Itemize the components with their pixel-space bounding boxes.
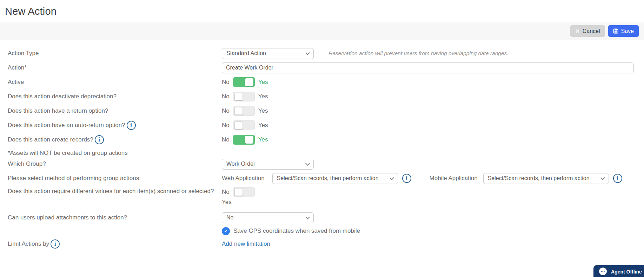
toggle-knob <box>245 78 253 86</box>
different-values-toggle[interactable] <box>233 187 255 197</box>
row-action-name: Action* <box>0 62 644 73</box>
row-gps: ✔ Save GPS coordinates when saved from m… <box>0 226 644 236</box>
group-method-label: Please select method of performing group… <box>0 174 222 183</box>
toggle-no-label: No <box>222 136 230 143</box>
web-application-select-value: Select/Scan records, then perform action <box>277 175 379 182</box>
row-auto-return: Does this action have an auto-return opt… <box>0 120 644 131</box>
which-group-select-value: Work Order <box>226 161 255 167</box>
toggle-yes-label: Yes <box>222 199 644 206</box>
which-group-label: Which Group? <box>0 160 222 168</box>
web-application-select[interactable]: Select/Scan records, then perform action <box>272 173 398 184</box>
info-icon[interactable]: i <box>127 121 136 130</box>
action-type-select-value: Standard Action <box>226 50 266 57</box>
row-active: Active No Yes <box>0 77 644 88</box>
upload-attachments-label: Can users upload attachments to this act… <box>0 213 222 222</box>
active-toggle-group: No Yes <box>222 77 268 87</box>
different-values-label: Does this action require different value… <box>0 187 222 196</box>
return-option-toggle-group: No Yes <box>222 106 268 116</box>
toggle-no-label: No <box>222 189 230 196</box>
different-values-toggle-group: No <box>222 187 255 197</box>
toggle-no-label: No <box>222 79 230 86</box>
cancel-button-label: Cancel <box>583 28 600 34</box>
toggle-yes-label: Yes <box>258 93 268 100</box>
create-records-toggle[interactable] <box>233 135 255 145</box>
add-new-limitation-link[interactable]: Add new limitation <box>222 240 270 248</box>
toggle-yes-label: Yes <box>258 136 268 143</box>
toggle-no-label: No <box>222 93 230 100</box>
toggle-no-label: No <box>222 107 230 114</box>
toggle-yes-label: Yes <box>258 79 268 86</box>
row-create-records: Does this action create records? i No Ye… <box>0 134 644 145</box>
chevron-down-icon <box>305 161 310 166</box>
return-option-label: Does this action have a return option? <box>0 107 222 115</box>
auto-return-toggle-group: No Yes <box>222 120 268 130</box>
mobile-application-label: Mobile Application <box>430 175 478 182</box>
upload-attachments-select[interactable]: No <box>222 212 314 223</box>
which-group-select[interactable]: Work Order <box>222 159 314 170</box>
deactivate-depreciation-toggle[interactable] <box>233 92 255 101</box>
action-name-label: Action* <box>0 64 222 72</box>
toolbar: ✕ Cancel Save <box>0 22 644 40</box>
action-type-label: Action Type <box>0 49 222 58</box>
toggle-no-label: No <box>222 122 230 129</box>
assets-note: *Assets will NOT be created on group act… <box>0 149 222 157</box>
toggle-knob <box>234 93 243 100</box>
reservation-note: Reservation action will prevent users fr… <box>328 50 509 57</box>
deactivate-depreciation-label: Does this action deactivate depreciation… <box>0 92 222 101</box>
upload-attachments-select-value: No <box>226 215 233 221</box>
toggle-yes-label: Yes <box>258 107 268 114</box>
save-icon <box>613 28 618 34</box>
gps-label: Save GPS coordinates when saved from mob… <box>233 227 360 235</box>
create-records-label: Does this action create records? <box>8 136 93 144</box>
new-action-form: Action Type Standard Action Reservation … <box>0 40 644 249</box>
toggle-knob <box>234 107 243 115</box>
row-different-values: Does this action require different value… <box>0 187 644 209</box>
info-icon[interactable]: i <box>95 135 104 144</box>
check-icon: ✔ <box>224 229 227 233</box>
limit-actions-label: Limit Actions by <box>8 240 49 248</box>
toggle-knob <box>234 188 243 196</box>
chevron-down-icon <box>305 215 310 219</box>
chat-status-label: Agent Offline <box>611 269 642 275</box>
mobile-application-select-value: Select/Scan records, then perform action <box>488 175 590 182</box>
mobile-application-select[interactable]: Select/Scan records, then perform action <box>483 173 609 184</box>
chat-bubble-icon: ••• <box>599 268 607 275</box>
auto-return-toggle[interactable] <box>233 120 255 130</box>
cancel-button[interactable]: ✕ Cancel <box>570 25 605 37</box>
info-icon[interactable]: i <box>613 174 622 183</box>
row-assets-note: *Assets will NOT be created on group act… <box>0 149 644 158</box>
action-name-input[interactable] <box>222 62 634 73</box>
active-label: Active <box>0 78 222 86</box>
info-icon[interactable]: i <box>402 174 411 183</box>
chevron-down-icon <box>390 176 394 180</box>
return-option-toggle[interactable] <box>233 106 255 116</box>
row-return-option: Does this action have a return option? N… <box>0 105 644 117</box>
active-toggle[interactable] <box>233 77 255 87</box>
toggle-yes-label: Yes <box>258 122 268 129</box>
row-action-type: Action Type Standard Action Reservation … <box>0 48 644 59</box>
create-records-toggle-group: No Yes <box>222 135 268 145</box>
toggle-knob <box>234 121 243 129</box>
info-icon[interactable]: i <box>51 239 60 249</box>
row-deactivate-depreciation: Does this action deactivate depreciation… <box>0 91 644 102</box>
chevron-down-icon <box>600 176 605 180</box>
close-icon: ✕ <box>575 28 580 34</box>
page-title: New Action <box>5 6 644 17</box>
row-limit-actions: Limit Actions by i Add new limitation <box>0 239 644 249</box>
save-button[interactable]: Save <box>608 25 639 37</box>
row-upload-attachments: Can users upload attachments to this act… <box>0 212 644 223</box>
chat-widget[interactable]: ••• Agent Offline <box>593 265 644 277</box>
row-group-method: Please select method of performing group… <box>0 173 644 184</box>
save-button-label: Save <box>621 28 634 34</box>
deactivate-depreciation-toggle-group: No Yes <box>222 92 268 101</box>
auto-return-label: Does this action have an auto-return opt… <box>8 121 125 130</box>
toggle-knob <box>245 136 253 144</box>
gps-checkbox[interactable]: ✔ <box>222 227 230 235</box>
page-header: New Action <box>0 0 644 22</box>
row-which-group: Which Group? Work Order <box>0 158 644 170</box>
web-application-label: Web Application <box>222 175 265 182</box>
action-type-select[interactable]: Standard Action <box>222 48 314 59</box>
chevron-down-icon <box>305 51 310 55</box>
